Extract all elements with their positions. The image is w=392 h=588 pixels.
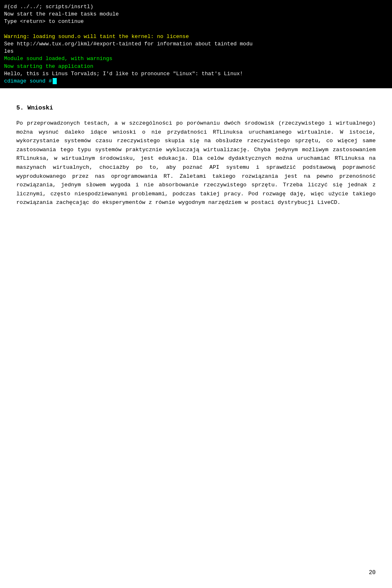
terminal-line-6: See http://www.tux.org/lkml/#export-tain…	[4, 40, 388, 48]
page-number: 20	[369, 569, 376, 576]
section-heading: 5. Wnioski	[16, 105, 392, 112]
prompt-text: cdimage sound #	[4, 78, 52, 85]
section-number: 5.	[16, 105, 24, 112]
terminal-line-4	[4, 26, 388, 33]
terminal-line-7: les	[4, 48, 388, 55]
terminal-line-9: Now starting the application	[4, 63, 388, 70]
content-body: Po przeprowadzonych testach, a w szczegó…	[0, 119, 392, 237]
terminal-line-8: Module sound loaded, with warnings	[4, 55, 388, 63]
terminal-line-1: #(cd ../../; scripts/insrtl)	[4, 3, 388, 11]
terminal-output: #(cd ../../; scripts/insrtl) Now start t…	[0, 0, 392, 88]
terminal-prompt[interactable]: cdimage sound #	[4, 78, 388, 85]
section-title: Wnioski	[27, 105, 53, 112]
paragraph-1: Po przeprowadzonych testach, a w szczegó…	[16, 119, 376, 207]
terminal-line-3: Type <return> to continue	[4, 18, 388, 25]
terminal-line-10: Hello, this is Linus Torvalds; I'd like …	[4, 70, 388, 78]
terminal-line-2: Now start the real-time tasks module	[4, 11, 388, 18]
terminal-line-5: Warning: loading sound.o will taint the …	[4, 33, 388, 40]
terminal-cursor	[53, 78, 57, 84]
